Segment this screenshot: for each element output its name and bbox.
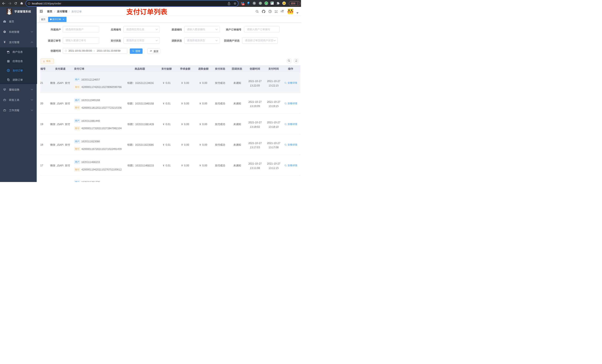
svg-text:y: y bbox=[266, 2, 267, 4]
svg-text:¥: ¥ bbox=[8, 70, 9, 71]
svg-text:⌘: ⌘ bbox=[253, 2, 255, 4]
